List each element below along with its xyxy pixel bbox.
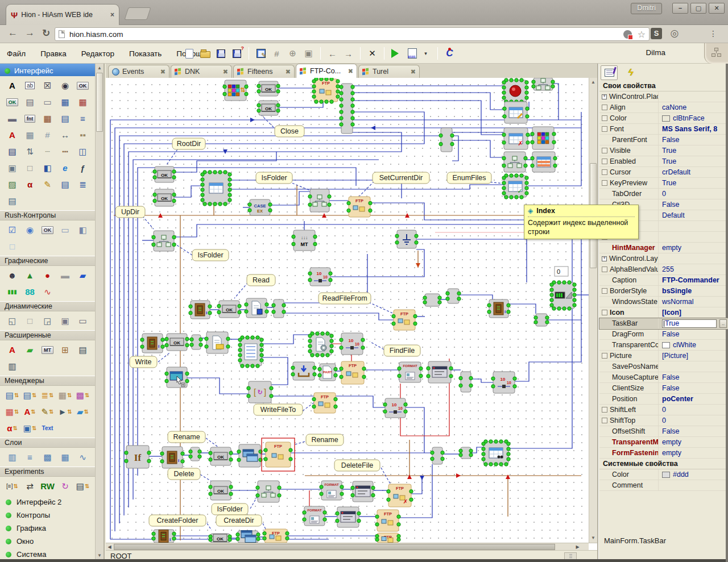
property-row[interactable]: Picture[Picture] [599,351,728,361]
palette-icon[interactable]: □ [21,313,39,329]
object-inspector-button[interactable] [601,65,618,80]
scheme-block-door[interactable]: i [487,299,510,318]
scheme-block-ten[interactable]: 1010 [340,333,365,355]
scheme-tree-button[interactable] [704,43,728,64]
palette-category-4[interactable]: Окно [0,535,96,548]
scheme-block-ten[interactable]: 1010 [491,372,516,393]
palette-icon[interactable]: ▭ [74,313,92,329]
palette-section-6[interactable]: Менеджеры [0,376,96,386]
property-row[interactable]: ColorclBtnFace [599,113,728,124]
scheme-block-ftp[interactable]: FTP [262,438,295,471]
scheme-block-format[interactable]: FORMAT [320,481,344,500]
property-checkbox[interactable] [602,169,607,175]
scheme-block-ftp[interactable]: FTP [340,361,366,384]
palette-icon[interactable]: OK [3,94,21,110]
events-button[interactable]: ϟ [622,65,639,80]
property-row[interactable]: FormFasteningempty [599,448,728,459]
property-row[interactable]: BorderStylebsSingle [599,286,728,297]
scheme-block-ok[interactable]: OK [153,166,176,182]
palette-icon[interactable]: OK [39,222,56,238]
expand-icon[interactable] [602,94,607,99]
wire-label[interactable]: Close [275,126,304,137]
counter-value-box[interactable]: 0 [555,267,568,276]
grid-center-icon[interactable]: ⊕ [287,48,299,60]
palette-icon[interactable]: Text [39,420,56,436]
scheme-block-format[interactable]: FORMAT [303,506,326,526]
palette-icon[interactable]: ☑ [3,222,21,238]
palette-icon[interactable]: ▨ [3,176,21,193]
palette-icon[interactable]: ▣ [56,313,74,329]
scheme-block-ok[interactable]: OK [153,189,176,206]
wire-label[interactable]: Write [130,356,157,368]
property-row[interactable]: FontMS Sans Serif, 8 [599,124,728,135]
palette-icon[interactable]: ▭ [56,222,74,238]
scheme-block-conn[interactable] [431,447,444,464]
scroll-up-icon[interactable]: ▲ [96,64,104,72]
property-row[interactable]: ParentFontFalse [599,135,728,145]
menu-item-1[interactable]: Файл [7,49,26,58]
scheme-block-ftp[interactable]: FTP [347,197,372,217]
wire-label[interactable]: IsFolder [192,249,229,261]
scheme-block-ok[interactable]: OK [209,447,233,465]
wire-label[interactable]: RootDir [172,138,205,149]
wire-label[interactable]: UpDir [115,206,145,218]
scheme-block-docSave[interactable] [245,298,268,318]
palette-icon[interactable]: ▦ [56,449,74,465]
palette-icon[interactable]: ◱ [3,313,21,329]
scheme-block-window[interactable] [427,361,453,383]
tab-close-icon[interactable]: ✖ [223,68,228,76]
palette-category-3[interactable]: Графика [0,522,96,535]
palette-icon[interactable]: A [3,127,21,143]
form-edit-icon[interactable] [255,48,267,60]
new-file-icon[interactable] [183,48,195,60]
property-row[interactable]: AligncaNone [599,102,728,113]
palette-icon[interactable]: ≣⇅ [39,387,56,403]
palette-scrollbar[interactable]: ▲ ▼ [95,64,104,560]
property-value-input[interactable]: True [662,319,717,328]
ellipsis-button[interactable]: .. [719,319,727,328]
property-row[interactable]: OffsetShiftFalse [599,426,728,437]
scheme-block-conn[interactable] [446,289,461,303]
reload-icon[interactable]: ↻ [42,27,50,39]
palette-icon[interactable]: ▤ [3,143,21,160]
maximize-button[interactable]: ▢ [690,3,706,14]
scheme-block-ftp[interactable]: FTP [375,510,400,531]
scheme-block-mt[interactable]: ↓↓↓MT [292,230,317,251]
scheme-block-door[interactable]: i [160,447,184,468]
back-icon[interactable]: ← [8,27,18,39]
palette-icon[interactable]: □ [3,238,21,255]
scheme-block-ok[interactable]: OK [165,334,189,351]
property-row[interactable]: DragFormFalse [599,329,728,340]
palette-icon[interactable]: ● [39,267,56,284]
grid-border-icon[interactable]: ▣ [303,48,315,60]
palette-icon[interactable]: ↔ [56,127,74,143]
wire-label[interactable]: FindFile [384,345,420,356]
menu-item-4[interactable]: Показать [129,49,162,58]
scheme-block-tableX[interactable]: ✗ [502,128,530,149]
scheme-block-treeSm[interactable] [532,78,555,90]
address-bar[interactable]: hion.hiasm.com ☆ [55,27,650,41]
palette-icon[interactable]: A⇅ [21,403,39,420]
scheme-block-win2[interactable] [237,444,262,467]
about-icon[interactable]: C [444,48,456,60]
property-row[interactable]: ClientSizeFalse [599,383,728,394]
wire-label[interactable]: CreateDir [216,515,262,526]
scheme-block-window[interactable] [351,481,375,502]
palette-icon[interactable]: [≡]⇅ [3,478,21,494]
palette-icon[interactable]: ▤⇅ [74,478,92,494]
wire-label[interactable]: DeleteFile [334,460,380,471]
scroll-up-icon[interactable]: ▲ [589,78,597,86]
close-button[interactable]: ✕ [709,3,725,14]
property-row[interactable]: VisibleTrue [599,145,728,156]
palette-icon[interactable]: ▦ [21,127,39,143]
palette-section-3[interactable]: Графические [0,256,96,266]
scheme-block-conn[interactable] [272,299,286,318]
scheme-block-treeSm[interactable] [308,189,331,212]
palette-icon[interactable]: ▦⇅ [3,403,21,420]
property-row[interactable]: WindowsStatewsNormal [599,297,728,307]
scheme-block-progress[interactable] [550,281,576,310]
wire-label[interactable]: WriteFileTo [254,404,303,415]
palette-icon[interactable]: ▩⇅ [74,387,92,403]
palette-icon[interactable]: A [3,77,21,94]
property-row[interactable]: ShiftLeft0 [599,405,728,415]
